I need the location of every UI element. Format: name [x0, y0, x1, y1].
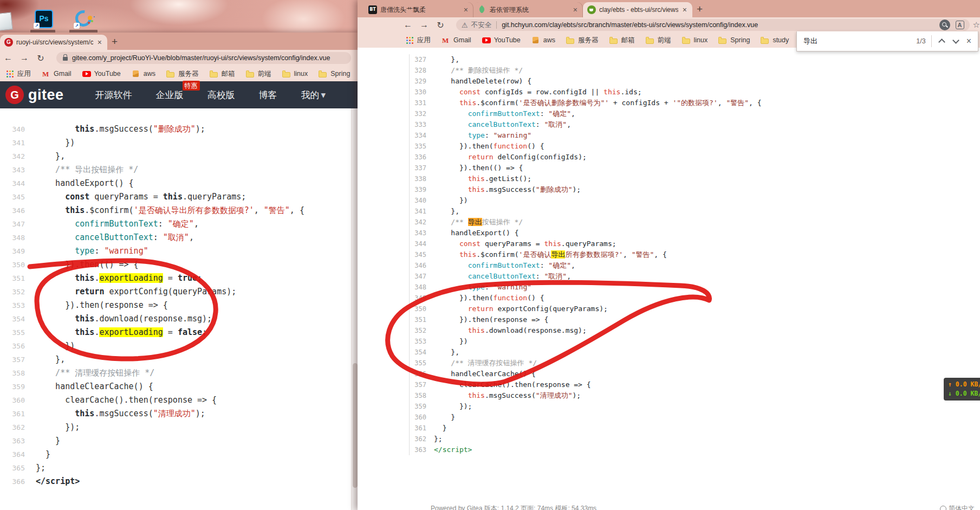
line-number[interactable]: 338 — [410, 173, 434, 184]
line-number[interactable]: 344 — [410, 238, 434, 249]
line-number[interactable]: 357 — [0, 353, 36, 366]
forward-icon[interactable]: → — [16, 53, 33, 63]
line-number[interactable]: 364 — [0, 448, 36, 461]
line-number[interactable]: 342 — [0, 150, 36, 163]
find-input[interactable]: 导出 — [803, 36, 916, 46]
bookmark-item[interactable]: YouTube — [482, 36, 521, 44]
back-icon[interactable]: ← — [400, 20, 416, 30]
bookmark-item[interactable]: linux — [682, 36, 708, 44]
search-image-icon[interactable] — [939, 20, 950, 30]
browser-tab[interactable]: BT唐僧洗头艹飘柔× — [364, 2, 473, 17]
new-tab-button[interactable]: + — [107, 36, 123, 50]
bookmark-item[interactable]: linux — [282, 70, 308, 78]
line-number[interactable]: 350 — [0, 258, 36, 272]
gitee-logo[interactable]: G gitee — [0, 86, 64, 104]
desktop-icon-box[interactable] — [0, 12, 13, 31]
line-number[interactable]: 351 — [0, 272, 36, 285]
gitee-nav-item[interactable]: 高校版 — [207, 89, 235, 101]
bookmark-item[interactable]: 应用 — [405, 36, 431, 45]
line-number[interactable]: 356 — [410, 369, 434, 379]
line-number[interactable]: 348 — [0, 231, 36, 244]
bookmark-item[interactable]: 邮箱 — [210, 69, 235, 79]
line-number[interactable]: 350 — [410, 304, 434, 314]
bookmark-item[interactable]: YouTube — [82, 70, 121, 78]
line-number[interactable]: 330 — [410, 87, 434, 98]
bookmark-item[interactable]: 邮箱 — [609, 36, 635, 45]
line-number[interactable]: 356 — [0, 339, 36, 353]
bookmark-item[interactable]: Spring — [718, 36, 750, 44]
line-number[interactable]: 363 — [410, 444, 434, 455]
address-bar[interactable]: ⚠ 不安全 git.hchyun.com/clay/ebts/src/branc… — [456, 19, 970, 31]
gitee-nav-item[interactable]: 我的▾ — [301, 89, 326, 101]
translate-icon[interactable]: A — [956, 21, 964, 29]
find-next-icon[interactable] — [952, 38, 959, 44]
line-number[interactable]: 353 — [0, 299, 36, 312]
line-number[interactable]: 358 — [0, 366, 36, 380]
line-number[interactable]: 360 — [0, 393, 36, 407]
new-tab-button[interactable]: + — [692, 3, 708, 17]
line-number[interactable]: 343 — [410, 228, 434, 238]
forward-icon[interactable]: → — [416, 20, 432, 30]
line-number[interactable]: 358 — [410, 390, 434, 401]
line-number[interactable]: 355 — [410, 358, 434, 369]
line-number[interactable]: 331 — [410, 98, 434, 108]
line-number[interactable]: 354 — [410, 347, 434, 358]
line-number[interactable]: 352 — [0, 285, 36, 299]
line-number[interactable]: 339 — [410, 184, 434, 195]
address-bar[interactable]: gitee.com/y_project/RuoYi-Vue/blob/maste… — [56, 52, 351, 64]
bookmark-item[interactable]: Gmail — [42, 70, 72, 78]
line-number[interactable]: 349 — [0, 244, 36, 258]
line-number[interactable]: 345 — [410, 249, 434, 260]
line-number[interactable]: 355 — [0, 326, 36, 339]
browser-tab[interactable]: clay/ebts - ebts-ui/src/views/s× — [583, 2, 692, 17]
back-icon[interactable]: ← — [0, 53, 16, 63]
gitee-nav-item[interactable]: 企业版特惠 — [156, 89, 184, 101]
line-number[interactable]: 347 — [0, 217, 36, 231]
bookmark-item[interactable]: 应用 — [5, 69, 31, 79]
line-number[interactable]: 353 — [410, 336, 434, 347]
bookmark-item[interactable]: Gmail — [442, 36, 471, 44]
line-number[interactable]: 359 — [410, 401, 434, 412]
tab-close-icon[interactable]: × — [96, 38, 103, 46]
line-number[interactable]: 359 — [0, 380, 36, 393]
line-number[interactable]: 346 — [410, 260, 434, 271]
line-number[interactable]: 349 — [410, 293, 434, 304]
browser-tab-gitee[interactable]: G ruoyi-ui/src/views/system/con × — [0, 35, 107, 50]
line-number[interactable]: 336 — [410, 152, 434, 163]
bookmark-item[interactable]: aws — [531, 36, 555, 44]
line-number[interactable]: 362 — [410, 434, 434, 444]
line-number[interactable]: 341 — [410, 206, 434, 217]
bookmark-item[interactable]: study — [761, 36, 789, 44]
bookmark-star-icon[interactable]: ☆ — [973, 20, 980, 30]
bookmark-item[interactable]: 前端 — [246, 69, 271, 79]
bookmark-item[interactable]: 服务器 — [166, 69, 199, 79]
browser-tab[interactable]: 若依管理系统× — [473, 2, 583, 17]
line-number[interactable]: 345 — [0, 190, 36, 204]
line-number[interactable]: 351 — [410, 314, 434, 325]
gitee-nav-item[interactable]: 开源软件 — [95, 89, 132, 101]
line-number[interactable]: 327 — [410, 54, 434, 65]
line-number[interactable]: 328 — [410, 65, 434, 76]
line-number[interactable]: 341 — [0, 136, 36, 150]
reload-icon[interactable]: ↻ — [432, 20, 449, 30]
bookmark-item[interactable]: aws — [132, 70, 155, 78]
line-number[interactable]: 354 — [0, 312, 36, 326]
line-number[interactable]: 363 — [0, 434, 36, 448]
line-number[interactable]: 360 — [410, 412, 434, 423]
line-number[interactable]: 335 — [410, 141, 434, 152]
line-number[interactable]: 361 — [410, 423, 434, 434]
gitee-nav-item[interactable]: 博客 — [259, 89, 277, 101]
line-number[interactable]: 348 — [410, 282, 434, 293]
line-number[interactable]: 352 — [410, 325, 434, 336]
tab-close-icon[interactable]: × — [682, 6, 688, 14]
line-number[interactable]: 361 — [0, 407, 36, 421]
bookmark-item[interactable]: Spring — [319, 70, 350, 78]
line-number[interactable]: 340 — [410, 195, 434, 206]
line-number[interactable]: 340 — [0, 122, 36, 136]
bookmark-item[interactable]: 服务器 — [566, 36, 599, 45]
line-number[interactable]: 329 — [410, 76, 434, 87]
tab-close-icon[interactable]: × — [572, 6, 579, 14]
line-number[interactable]: 357 — [410, 379, 434, 390]
reload-icon[interactable]: ↻ — [33, 53, 49, 63]
bookmark-item[interactable]: 前端 — [646, 36, 671, 45]
